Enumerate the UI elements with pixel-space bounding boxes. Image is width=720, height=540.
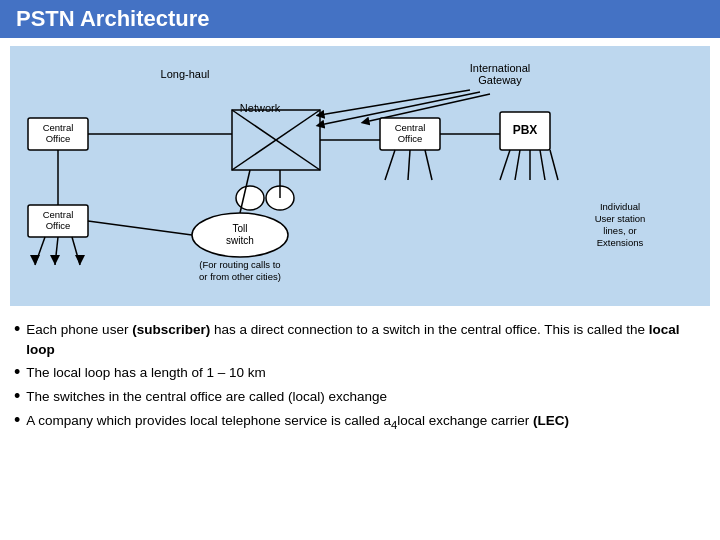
slide: PSTN Architecture Long-haul Network Inte… <box>0 0 720 540</box>
svg-text:Central: Central <box>43 209 74 220</box>
svg-text:Gateway: Gateway <box>478 74 522 86</box>
bullet-2: The local loop has a length of 1 – 10 km <box>14 363 706 383</box>
svg-text:Office: Office <box>398 133 423 144</box>
svg-marker-32 <box>30 255 40 265</box>
svg-text:Extensions: Extensions <box>597 237 644 248</box>
svg-line-5 <box>320 92 480 125</box>
svg-line-40 <box>540 150 545 180</box>
diagram-area: Long-haul Network International Gateway … <box>10 46 710 306</box>
svg-point-25 <box>266 186 294 210</box>
svg-marker-33 <box>50 255 60 265</box>
svg-text:Individual: Individual <box>600 201 640 212</box>
svg-line-6 <box>365 94 490 122</box>
svg-line-29 <box>35 237 45 265</box>
svg-text:Long-haul: Long-haul <box>161 68 210 80</box>
svg-line-42 <box>385 150 395 180</box>
svg-line-41 <box>550 150 558 180</box>
svg-text:lines, or: lines, or <box>603 225 636 236</box>
bullet-4: A company which provides local telephone… <box>14 411 706 433</box>
bullet-3: The switches in the central office are c… <box>14 387 706 407</box>
svg-line-4 <box>320 90 470 115</box>
svg-text:or from other cities): or from other cities) <box>199 271 281 282</box>
svg-line-30 <box>55 237 58 265</box>
svg-text:switch: switch <box>226 235 254 246</box>
svg-marker-34 <box>75 255 85 265</box>
svg-line-38 <box>515 150 520 180</box>
svg-text:User station: User station <box>595 213 646 224</box>
svg-point-21 <box>192 213 288 257</box>
svg-text:(For routing calls to: (For routing calls to <box>199 259 280 270</box>
svg-line-27 <box>88 221 192 235</box>
svg-text:PBX: PBX <box>513 123 538 137</box>
svg-text:Central: Central <box>395 122 426 133</box>
svg-text:Toll: Toll <box>232 223 247 234</box>
svg-point-24 <box>236 186 264 210</box>
svg-line-31 <box>72 237 80 265</box>
svg-rect-9 <box>232 110 320 170</box>
svg-text:International: International <box>470 62 531 74</box>
svg-text:Network: Network <box>240 102 281 114</box>
svg-line-8 <box>232 110 320 170</box>
svg-line-37 <box>500 150 510 180</box>
svg-text:Office: Office <box>46 220 71 231</box>
svg-line-7 <box>232 110 320 170</box>
svg-rect-13 <box>28 205 88 237</box>
svg-text:Office: Office <box>46 133 71 144</box>
bullet-section: Each phone user (subscriber) has a direc… <box>0 314 720 439</box>
svg-line-44 <box>425 150 432 180</box>
svg-line-43 <box>408 150 410 180</box>
svg-rect-10 <box>28 118 88 150</box>
svg-rect-19 <box>500 112 550 150</box>
svg-line-45 <box>240 170 250 213</box>
svg-text:Central: Central <box>43 122 74 133</box>
bullet-1: Each phone user (subscriber) has a direc… <box>14 320 706 359</box>
svg-rect-16 <box>380 118 440 150</box>
slide-title: PSTN Architecture <box>0 0 720 38</box>
